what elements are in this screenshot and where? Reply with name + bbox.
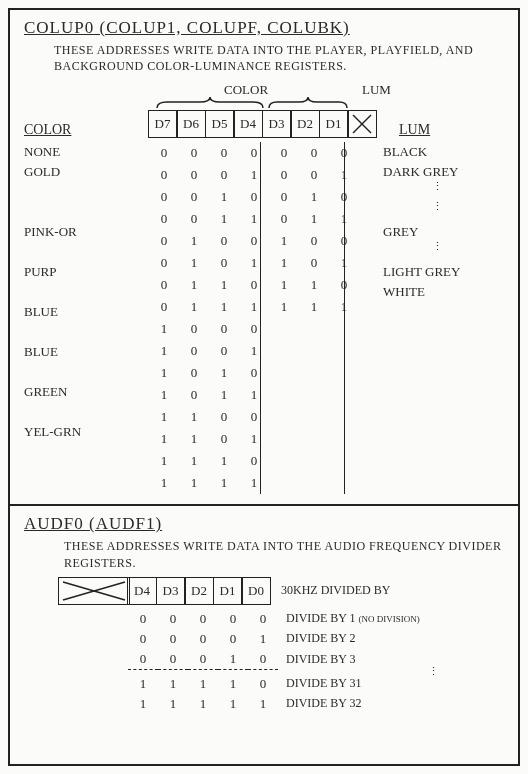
audf-title: AUDF0 (AUDF1) — [24, 514, 504, 534]
table-row: 11111DIVIDE BY 32 — [128, 694, 497, 714]
bit-cell: 1 — [149, 362, 179, 384]
bit-header-d7: D7 — [148, 110, 178, 138]
bit-cell — [299, 450, 329, 472]
bit-cell: 1 — [239, 340, 269, 362]
bit-cell: 1 — [149, 318, 179, 340]
table-row: 1001 — [149, 340, 359, 362]
colup-description: THESE ADDRESSES WRITE DATA INTO THE PLAY… — [54, 42, 504, 74]
bit-cell: 0 — [209, 428, 239, 450]
bit-cell: 0 — [269, 208, 299, 230]
bit-cell: 0 — [158, 629, 188, 649]
bit-cell — [269, 450, 299, 472]
bit-cell: 1 — [209, 362, 239, 384]
bit-cell: 1 — [209, 384, 239, 406]
lum-name-cell: ⋮ — [383, 202, 493, 222]
bit-cell: 1 — [179, 252, 209, 274]
bit-cell: 1 — [209, 186, 239, 208]
bit-cell: 1 — [179, 450, 209, 472]
divide-label: DIVIDE BY 2 — [278, 629, 497, 649]
bit-cell: 0 — [179, 318, 209, 340]
bit-cell: 0 — [158, 649, 188, 670]
bit-cell: 0 — [179, 384, 209, 406]
bit-cell: 0 — [299, 142, 329, 164]
bit-cell: 0 — [149, 164, 179, 186]
bit-cell: 1 — [179, 406, 209, 428]
bit-cell: 0 — [179, 340, 209, 362]
bit-cell: 1 — [188, 674, 218, 694]
bit-cell: 0 — [149, 296, 179, 318]
lum-name-cell: BLACK — [383, 142, 493, 162]
bit-cell: 0 — [299, 164, 329, 186]
bit-cell: 1 — [179, 296, 209, 318]
bit-cell: 1 — [179, 472, 209, 494]
audf-bit-d0: D0 — [241, 577, 271, 605]
colup-title: COLUP0 (COLUP1, COLUPF, COLUBK) — [24, 18, 504, 38]
bit-cell: 0 — [239, 406, 269, 428]
bit-cell: 0 — [128, 629, 158, 649]
table-row: 0100100 — [149, 230, 359, 252]
audf-bit-d1: D1 — [213, 577, 243, 605]
bit-cell: 0 — [158, 609, 188, 629]
color-name-cell — [24, 362, 149, 382]
bit-cell: 0 — [179, 164, 209, 186]
color-name-cell: PINK-OR — [24, 222, 149, 242]
bit-cell: 0 — [209, 406, 239, 428]
brace-label-lum: LUM — [362, 82, 391, 98]
bit-cell: 0 — [218, 629, 248, 649]
lum-names-column: BLACKDARK GREY⋮⋮GREY⋮LIGHT GREYWHITE — [359, 142, 493, 494]
bit-cell: 0 — [269, 142, 299, 164]
audf-bit-d3: D3 — [156, 577, 186, 605]
table-row: 0110110 — [149, 274, 359, 296]
dots-icon: ⋮ — [383, 182, 493, 190]
color-name-cell — [24, 282, 149, 302]
audf-table: 00000DIVIDE BY 1 (NO DIVISION)00001DIVID… — [128, 609, 497, 714]
audf-bit-d2: D2 — [184, 577, 214, 605]
color-name-cell: YEL-GRN — [24, 422, 149, 442]
bit-cell — [269, 318, 299, 340]
audf-description: THESE ADDRESSES WRITE DATA INTO THE AUDI… — [64, 538, 504, 570]
bit-cell: 1 — [239, 472, 269, 494]
color-name-cell: PURP — [24, 262, 149, 282]
table-row: 1101 — [149, 428, 359, 450]
bit-cell: 1 — [149, 406, 179, 428]
bit-cell: 1 — [299, 274, 329, 296]
bit-cell: 1 — [128, 674, 158, 694]
bit-cell: 0 — [209, 230, 239, 252]
bit-cell: 1 — [209, 208, 239, 230]
bit-cell: 0 — [218, 609, 248, 629]
color-name-cell — [24, 442, 149, 462]
color-name-cell — [24, 322, 149, 342]
bit-cell: 0 — [269, 186, 299, 208]
bit-cell: 1 — [299, 186, 329, 208]
bit-header-row: COLOR D7 D6 D5 D4 D3 D2 D1 LUM — [24, 108, 504, 138]
bit-cell: 0 — [128, 609, 158, 629]
brace-icon-color — [155, 96, 265, 110]
dots-icon: ⋮ — [383, 242, 493, 250]
divider-line-right — [344, 142, 345, 494]
color-name-cell — [24, 242, 149, 262]
table-row: 0001001 — [149, 164, 359, 186]
bit-cell: 1 — [209, 472, 239, 494]
bit-cell: 1 — [149, 472, 179, 494]
bit-cell: 1 — [179, 274, 209, 296]
bit-cell: 1 — [128, 694, 158, 714]
bit-cell: 1 — [179, 230, 209, 252]
x-icon — [61, 580, 127, 602]
lum-column-header: LUM — [377, 122, 504, 138]
bit-cell: 1 — [188, 694, 218, 714]
brace-icon-lum — [267, 96, 349, 110]
audf-right-label: 30KHZ DIVIDED BY — [281, 583, 390, 598]
bits-column: 0000000000100100100100011011010010001011… — [149, 142, 359, 494]
bit-cell: 0 — [248, 609, 278, 629]
bit-cell: 0 — [209, 164, 239, 186]
bit-cell: 0 — [149, 230, 179, 252]
bit-cell: 1 — [158, 694, 188, 714]
bit-cell: 0 — [149, 274, 179, 296]
bit-cell: 0 — [149, 208, 179, 230]
audf-bits-area: 00000DIVIDE BY 1 (NO DIVISION)00001DIVID… — [128, 609, 504, 714]
bit-cell: 0 — [239, 318, 269, 340]
bit-cell — [269, 406, 299, 428]
bit-cell: 1 — [269, 296, 299, 318]
table-row: 00000DIVIDE BY 1 (NO DIVISION) — [128, 609, 497, 629]
bit-cell: 1 — [218, 694, 248, 714]
